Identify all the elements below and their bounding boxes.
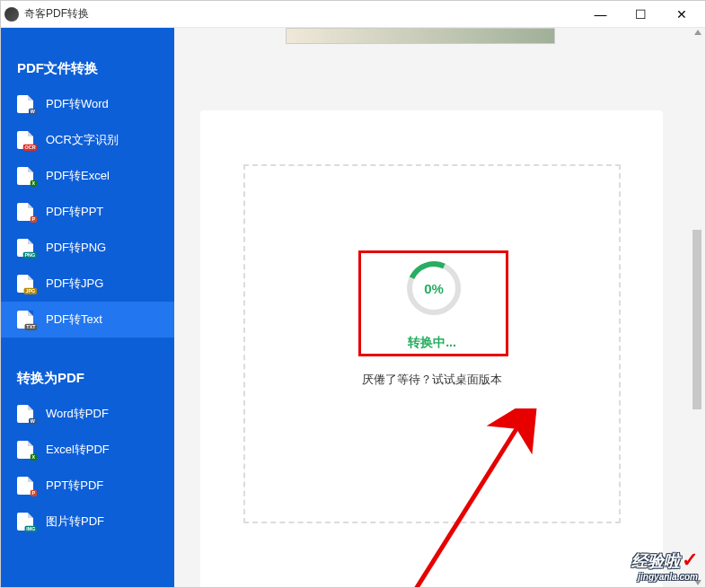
sidebar-item-label: PDF转Word [46,96,109,112]
svg-line-0 [402,417,524,587]
drop-zone[interactable]: 0% 转换中... 厌倦了等待？试试桌面版本 [243,164,621,523]
sidebar-item-label: PDF转PPT [46,204,103,220]
sidebar: PDF文件转换 WPDF转Word OCROCR文字识别 XPDF转Excel … [1,28,174,587]
main-area: PDF文件转换 WPDF转Word OCROCR文字识别 XPDF转Excel … [1,28,705,587]
sidebar-item-excel-to-pdf[interactable]: XExcel转PDF [1,432,174,468]
pdf-text-icon: TXT [17,311,33,329]
close-button[interactable]: ✕ [661,2,702,27]
excel-pdf-icon: X [17,441,33,459]
app-icon [4,7,19,22]
pdf-jpg-icon: JPG [17,275,33,293]
img-pdf-icon: IMG [17,513,33,531]
banner-image [286,28,555,44]
pdf-word-icon: W [17,95,33,113]
minimize-button[interactable]: — [580,2,621,27]
sidebar-item-pdf-to-ppt[interactable]: PPDF转PPT [1,194,174,230]
annotation-arrow [380,408,551,587]
sidebar-item-pdf-to-jpg[interactable]: JPGPDF转JPG [1,266,174,302]
sidebar-item-pdf-to-text[interactable]: TXTPDF转Text [1,302,174,338]
scrollbar[interactable] [693,28,703,587]
sidebar-section-title: PDF文件转换 [1,55,174,86]
sidebar-item-label: PDF转PNG [46,240,106,256]
sidebar-item-label: PDF转Excel [46,168,110,184]
sidebar-item-img-to-pdf[interactable]: IMG图片转PDF [1,504,174,540]
pdf-ppt-icon: P [17,203,33,221]
conversion-card: 0% 转换中... 厌倦了等待？试试桌面版本 广告 [200,110,663,587]
pdf-excel-icon: X [17,167,33,185]
sidebar-item-label: OCR文字识别 [46,132,119,148]
sidebar-item-word-to-pdf[interactable]: WWord转PDF [1,396,174,432]
word-pdf-icon: W [17,405,33,423]
sidebar-item-ocr[interactable]: OCROCR文字识别 [1,122,174,158]
content-area: 0% 转换中... 厌倦了等待？试试桌面版本 广告 [174,28,705,587]
window-controls: — ☐ ✕ [580,2,702,27]
ppt-pdf-icon: P [17,477,33,495]
pdf-png-icon: PNG [17,239,33,257]
scroll-down-icon[interactable] [694,580,702,585]
sidebar-item-pdf-to-png[interactable]: PNGPDF转PNG [1,230,174,266]
status-text: 转换中... [245,335,619,351]
sidebar-item-label: PDF转JPG [46,276,103,292]
sidebar-item-ppt-to-pdf[interactable]: PPPT转PDF [1,468,174,504]
progress-percent: 0% [407,261,461,315]
hint-text[interactable]: 厌倦了等待？试试桌面版本 [245,372,619,388]
scroll-up-icon[interactable] [694,30,702,35]
sidebar-item-label: PPT转PDF [46,478,103,494]
sidebar-section-title: 转换为PDF [1,364,174,396]
sidebar-item-label: Excel转PDF [46,442,110,458]
sidebar-item-label: 图片转PDF [46,513,104,530]
scroll-thumb[interactable] [693,230,702,409]
titlebar: 奇客PDF转换 — ☐ ✕ [1,1,705,28]
progress-ring: 0% [407,261,461,315]
pdf-ocr-icon: OCR [17,131,33,149]
sidebar-item-label: PDF转Text [46,312,102,328]
maximize-button[interactable]: ☐ [621,2,661,27]
window-title: 奇客PDF转换 [24,6,580,22]
sidebar-item-pdf-to-excel[interactable]: XPDF转Excel [1,158,174,194]
sidebar-item-pdf-to-word[interactable]: WPDF转Word [1,86,174,122]
sidebar-item-label: Word转PDF [46,406,109,422]
